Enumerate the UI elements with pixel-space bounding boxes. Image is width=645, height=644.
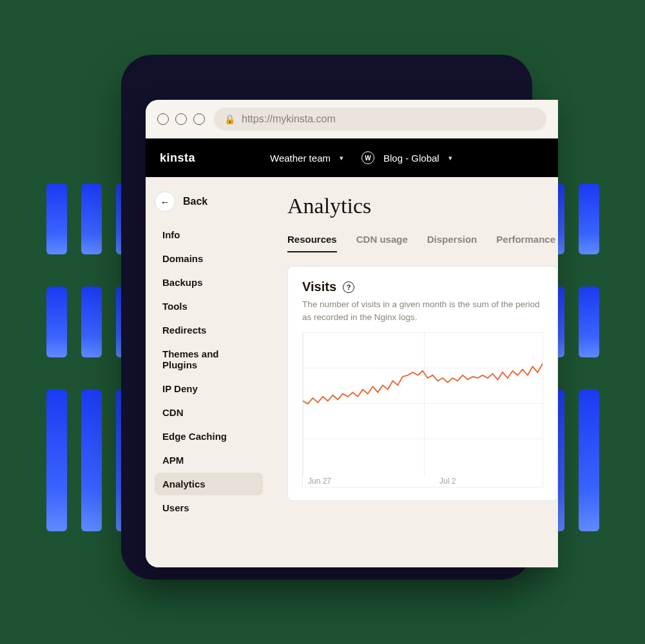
app-header: kinsta Weather team ▾ W Blog - Global ▾ xyxy=(146,138,558,177)
sidebar-item-themes-and-plugins[interactable]: Themes and Plugins xyxy=(155,343,263,376)
decor-bar xyxy=(81,184,102,254)
logo[interactable]: kinsta xyxy=(160,151,195,165)
browser-chrome: 🔒 https://mykinsta.com xyxy=(146,100,558,138)
decor-bar xyxy=(579,184,599,254)
sidebar-item-backups[interactable]: Backups xyxy=(155,271,263,294)
x-tick: Jul 2 xyxy=(439,477,456,486)
tabs: ResourcesCDN usageDispersionPerformance xyxy=(287,234,558,253)
window-dot[interactable] xyxy=(175,113,187,125)
url-text: https://mykinsta.com xyxy=(242,113,336,125)
page-title: Analytics xyxy=(287,194,558,218)
chevron-down-icon: ▾ xyxy=(340,154,343,162)
back-button[interactable]: ← xyxy=(155,191,175,212)
main-panel: Analytics ResourcesCDN usageDispersionPe… xyxy=(269,177,558,567)
decor-bar xyxy=(46,184,67,254)
site-dropdown[interactable]: W Blog - Global ▾ xyxy=(361,151,452,164)
card-description: The number of visits in a given month is… xyxy=(302,298,543,323)
sidebar-item-edge-caching[interactable]: Edge Caching xyxy=(155,425,263,448)
arrow-left-icon: ← xyxy=(160,196,170,207)
window-controls xyxy=(157,113,205,125)
sidebar-item-redirects[interactable]: Redirects xyxy=(155,319,263,341)
sidebar-item-apm[interactable]: APM xyxy=(155,449,263,471)
team-dropdown-label: Weather team xyxy=(270,153,331,164)
decor-bar xyxy=(46,390,67,531)
decor-bar xyxy=(579,287,599,357)
back-label: Back xyxy=(183,196,207,207)
decor-bar xyxy=(81,287,102,357)
site-dropdown-label: Blog - Global xyxy=(383,153,439,164)
sidebar-item-analytics[interactable]: Analytics xyxy=(155,473,263,495)
x-tick: Jun 27 xyxy=(308,477,331,486)
sidebar-item-tools[interactable]: Tools xyxy=(155,295,263,317)
tab-resources[interactable]: Resources xyxy=(287,234,337,252)
sidebar-item-ip-deny[interactable]: IP Deny xyxy=(155,377,263,400)
decor-bar xyxy=(81,390,102,531)
tab-performance[interactable]: Performance xyxy=(496,234,555,252)
chevron-down-icon: ▾ xyxy=(448,154,452,162)
card-heading: Visits xyxy=(302,279,336,294)
window-dot[interactable] xyxy=(157,113,169,125)
browser-window: 🔒 https://mykinsta.com kinsta Weather te… xyxy=(146,100,558,567)
sidebar-item-cdn[interactable]: CDN xyxy=(155,401,263,424)
url-bar[interactable]: 🔒 https://mykinsta.com xyxy=(214,108,546,131)
lock-icon: 🔒 xyxy=(224,114,235,124)
team-dropdown[interactable]: Weather team ▾ xyxy=(270,153,343,164)
wordpress-icon: W xyxy=(361,151,374,164)
decor-bar xyxy=(46,287,67,357)
tab-dispersion[interactable]: Dispersion xyxy=(427,234,477,252)
help-icon[interactable]: ? xyxy=(343,281,354,293)
sidebar-item-domains[interactable]: Domains xyxy=(155,247,263,270)
visits-chart: Jun 27 Jul 2 xyxy=(302,332,543,488)
tab-cdn-usage[interactable]: CDN usage xyxy=(356,234,408,252)
window-dot[interactable] xyxy=(193,113,205,125)
sidebar-nav: InfoDomainsBackupsToolsRedirectsThemes a… xyxy=(155,223,263,519)
sidebar-item-users[interactable]: Users xyxy=(155,497,263,519)
decor-bar xyxy=(579,390,599,531)
sidebar-item-info[interactable]: Info xyxy=(155,223,263,246)
sidebar: ← Back InfoDomainsBackupsToolsRedirectsT… xyxy=(146,177,269,567)
visits-card: Visits ? The number of visits in a given… xyxy=(287,266,558,501)
